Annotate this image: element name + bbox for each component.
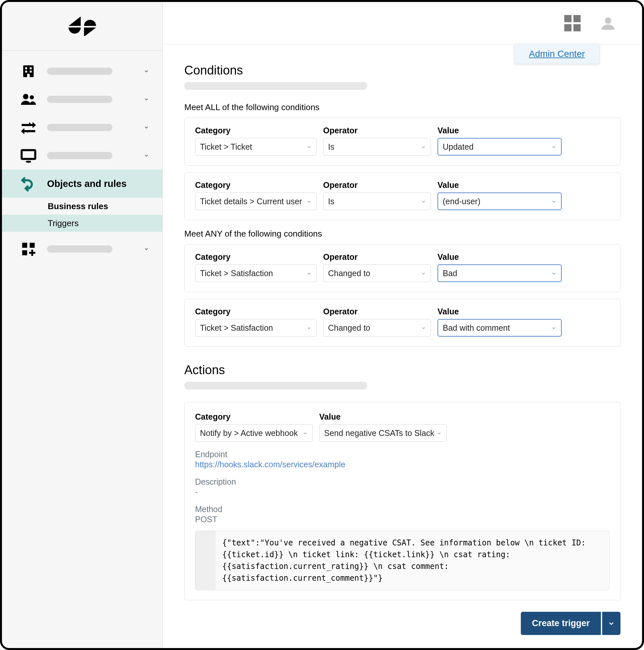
placeholder [184, 82, 367, 90]
admin-center-link[interactable]: Admin Center [529, 49, 585, 59]
monitor-icon [20, 147, 37, 165]
svg-marker-1 [84, 28, 96, 36]
select-category[interactable]: Ticket > Satisfaction [195, 319, 316, 336]
chevron-down-icon [142, 95, 151, 104]
label-value: Value [438, 252, 562, 262]
chevron-down-icon [306, 142, 312, 152]
chevron-down-icon [421, 323, 426, 333]
svg-marker-10 [22, 122, 36, 128]
condition-all-2: Category Ticket details > Current user O… [184, 172, 620, 220]
apps-popover: Admin Center [514, 44, 600, 64]
svg-rect-6 [30, 71, 32, 73]
content: Conditions Meet ALL of the following con… [163, 44, 642, 612]
label-operator: Operator [323, 307, 431, 316]
endpoint-label: Endpoint [195, 450, 610, 459]
chevron-down-icon [303, 428, 308, 438]
svg-rect-3 [25, 67, 27, 69]
action-card: Category Notify by > Active webhook Valu… [184, 402, 620, 600]
label-value: Value [438, 126, 562, 135]
chevron-down-icon [551, 268, 557, 278]
label-category: Category [195, 126, 316, 135]
meet-any-label: Meet ANY of the following conditions [184, 229, 620, 239]
chevron-down-icon [551, 142, 557, 152]
chevron-down-icon [551, 197, 557, 206]
placeholder [184, 382, 367, 390]
condition-any-2: Category Ticket > Satisfaction Operator … [184, 299, 620, 347]
footer: Create trigger [163, 612, 642, 648]
svg-point-17 [605, 17, 611, 24]
svg-rect-14 [22, 243, 27, 248]
svg-rect-7 [27, 74, 30, 77]
sidebar-sub-triggers[interactable]: Triggers [2, 215, 162, 232]
apps-menu-icon[interactable] [564, 15, 581, 31]
chevron-down-icon [306, 323, 312, 333]
sidebar-item-6[interactable] [2, 235, 162, 263]
people-icon [20, 91, 37, 108]
body-content: {"text":"You've received a negative CSAT… [216, 531, 609, 590]
sidebar-sub-business-rules[interactable]: Business rules [2, 198, 162, 215]
main: Admin Center Conditions Meet ALL of the … [163, 2, 642, 648]
chevron-down-icon [421, 142, 426, 152]
method-label: Method [195, 505, 610, 514]
sidebar-item-3[interactable] [2, 113, 162, 142]
meet-all-label: Meet ALL of the following conditions [184, 102, 620, 112]
select-operator[interactable]: Changed to [323, 319, 431, 336]
body-code-box[interactable]: {"text":"You've received a negative CSAT… [195, 531, 610, 590]
chevron-down-icon [306, 268, 312, 278]
chevron-down-icon [306, 197, 312, 206]
placeholder [47, 152, 112, 159]
select-category[interactable]: Ticket details > Current user [195, 192, 316, 210]
label-value: Value [438, 307, 562, 316]
label-category: Category [195, 180, 316, 190]
svg-point-9 [30, 96, 34, 100]
conditions-title: Conditions [184, 63, 620, 77]
logo [2, 2, 162, 50]
sidebar-item-objects-and-rules[interactable]: Objects and rules [2, 170, 162, 198]
placeholder [47, 68, 112, 75]
chevron-down-icon [142, 245, 151, 253]
label-operator: Operator [323, 126, 431, 135]
select-value[interactable]: (end-user) [438, 192, 562, 210]
select-operator[interactable]: Is [323, 138, 431, 155]
select-category[interactable]: Ticket > Satisfaction [195, 264, 316, 282]
select-value[interactable]: Updated [438, 138, 562, 155]
chevron-down-icon [437, 428, 442, 438]
rules-icon [20, 175, 37, 192]
condition-any-1: Category Ticket > Satisfaction Operator … [184, 244, 620, 292]
building-icon [20, 63, 37, 80]
description-value: - [195, 487, 610, 497]
svg-rect-5 [25, 71, 27, 73]
chevron-down-icon [142, 67, 151, 75]
create-trigger-more-button[interactable] [602, 612, 620, 635]
svg-rect-15 [30, 243, 35, 248]
select-operator[interactable]: Is [323, 192, 431, 210]
label-value: Value [319, 412, 447, 422]
topbar: Admin Center [163, 2, 642, 44]
select-category[interactable]: Ticket > Ticket [195, 138, 316, 155]
endpoint-value: https://hooks.slack.com/services/example [195, 460, 610, 469]
sidebar-item-1[interactable] [2, 57, 162, 85]
select-value[interactable]: Bad with comment [438, 319, 562, 336]
placeholder [47, 96, 112, 103]
profile-icon[interactable] [600, 15, 616, 31]
label-operator: Operator [323, 180, 431, 190]
chevron-down-icon [142, 123, 151, 132]
select-action-value[interactable]: Send negative CSATs to Slack [319, 424, 447, 442]
sidebar-item-4[interactable] [2, 142, 162, 170]
create-trigger-button[interactable]: Create trigger [521, 612, 601, 635]
placeholder [47, 245, 112, 253]
placeholder [47, 124, 112, 131]
select-value[interactable]: Bad [438, 264, 562, 282]
select-operator[interactable]: Changed to [323, 264, 431, 282]
condition-all-1: Category Ticket > Ticket Operator Is [184, 118, 620, 166]
transfer-icon [20, 119, 37, 136]
apps-add-icon [20, 240, 37, 258]
sidebar: Objects and rules Business rules Trigger… [2, 2, 163, 648]
svg-rect-12 [22, 150, 35, 159]
label-operator: Operator [323, 252, 431, 262]
chevron-down-icon [142, 151, 151, 160]
sidebar-item-2[interactable] [2, 85, 162, 113]
label-value: Value [438, 180, 562, 190]
chevron-down-icon [421, 268, 426, 278]
select-action-category[interactable]: Notify by > Active webhook [195, 424, 313, 442]
